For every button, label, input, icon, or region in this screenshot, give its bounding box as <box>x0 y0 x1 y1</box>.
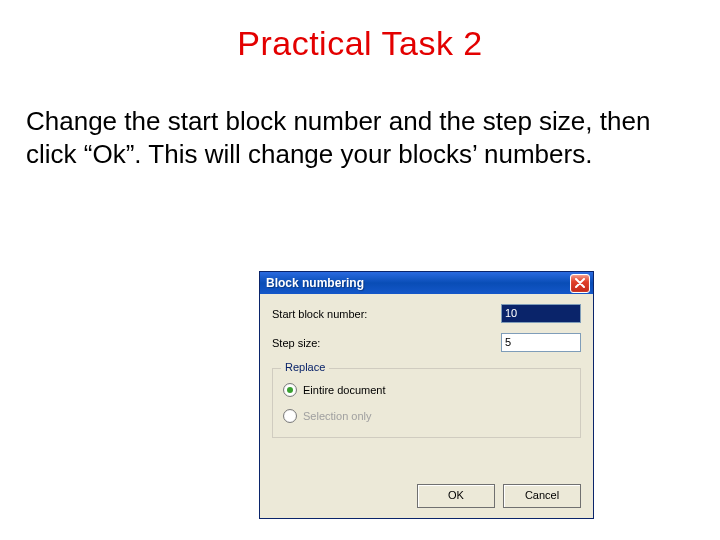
radio-icon <box>283 409 297 423</box>
dialog-caption: Block numbering <box>266 276 570 290</box>
radio-entire-document[interactable]: Eintire document <box>283 383 570 397</box>
dialog-titlebar[interactable]: Block numbering <box>260 272 593 294</box>
radio-icon <box>283 383 297 397</box>
radio-selection-only[interactable]: Selection only <box>283 409 570 423</box>
close-icon <box>575 278 585 288</box>
radio-entire-label: Eintire document <box>303 384 386 396</box>
step-size-row: Step size: 5 <box>272 333 581 352</box>
step-size-input[interactable]: 5 <box>501 333 581 352</box>
cancel-button[interactable]: Cancel <box>503 484 581 508</box>
radio-selection-label: Selection only <box>303 410 372 422</box>
start-number-row: Start block number: 10 <box>272 304 581 323</box>
start-number-input[interactable]: 10 <box>501 304 581 323</box>
replace-legend: Replace <box>281 361 329 373</box>
step-size-label: Step size: <box>272 337 501 349</box>
dialog-content: Start block number: 10 Step size: 5 Repl… <box>260 294 593 518</box>
slide: Practical Task 2 Change the start block … <box>0 24 720 540</box>
block-numbering-dialog: Block numbering Start block number: 10 S… <box>259 271 594 519</box>
slide-body-text: Change the start block number and the st… <box>26 105 690 170</box>
ok-button[interactable]: OK <box>417 484 495 508</box>
replace-groupbox: Replace Eintire document Selection only <box>272 368 581 438</box>
dialog-button-bar: OK Cancel <box>417 484 581 508</box>
slide-title: Practical Task 2 <box>0 24 720 63</box>
close-button[interactable] <box>570 274 590 293</box>
start-number-label: Start block number: <box>272 308 501 320</box>
